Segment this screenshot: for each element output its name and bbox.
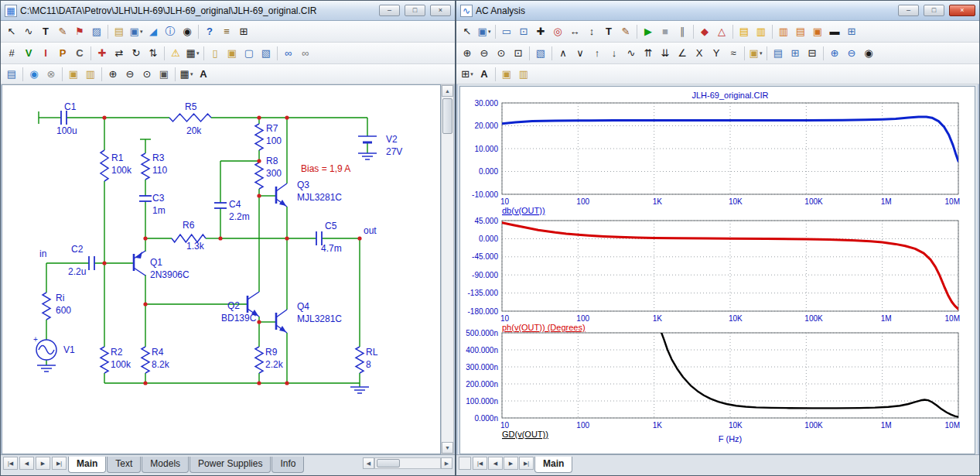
zoom-fit-icon[interactable]: ⊙ <box>493 45 510 62</box>
schematic-label-q2_ref[interactable]: Q2 <box>227 300 240 311</box>
properties-icon[interactable]: ▧ <box>258 45 275 62</box>
cascade-icon[interactable]: ▣ <box>809 23 826 40</box>
hscroll-right-button[interactable]: ▶ <box>441 457 452 469</box>
optimizer-icon[interactable]: △ <box>713 23 730 40</box>
schematic-label-v2_ref[interactable]: V2 <box>386 134 398 145</box>
window-split-icon[interactable]: ⊞ <box>235 23 252 40</box>
schematic-label-c1_ref[interactable]: C1 <box>64 101 77 112</box>
go-to-x-icon[interactable]: X <box>691 45 708 62</box>
schematic-label-c1_val[interactable]: 100u <box>56 125 77 136</box>
picture-mode-icon[interactable]: ▨ <box>88 23 105 40</box>
select-tool-icon[interactable]: ↖ <box>459 23 476 40</box>
schematic-label-c4_ref[interactable]: C4 <box>229 199 241 210</box>
new-page-icon[interactable]: ▯ <box>207 45 224 62</box>
schematic-label-r6_val[interactable]: 1.3k <box>186 241 205 252</box>
schematic-label-q2_val[interactable]: BD139C <box>221 313 257 324</box>
schematic-label-c3_ref[interactable]: C3 <box>152 193 165 204</box>
data-points-icon[interactable]: ◆ <box>696 23 713 40</box>
list-icon[interactable]: ≡ <box>218 23 235 40</box>
maximize-plot-icon[interactable]: ▬ <box>826 23 843 40</box>
cursor-mode-icon[interactable]: ✚ <box>532 23 549 40</box>
node-currents-icon[interactable]: I <box>37 45 54 62</box>
zoom-value-icon[interactable]: ⊙ <box>138 66 155 83</box>
schematic-label-bias[interactable]: Bias = 1,9 A <box>301 163 350 174</box>
zoom-out-icon[interactable]: ⊖ <box>121 66 138 83</box>
schematic-label-r9_ref[interactable]: R9 <box>265 347 278 358</box>
paste-page-icon[interactable]: ▥ <box>515 66 532 83</box>
schematic-label-c2_val[interactable]: 2.2u <box>68 266 86 277</box>
valley-icon[interactable]: ∨ <box>572 45 589 62</box>
tab-main[interactable]: Main <box>68 457 106 473</box>
grid-panel-icon[interactable]: ⊞ <box>787 45 804 62</box>
grid-dropdown-icon[interactable]: ▦▾ <box>184 45 201 62</box>
tile-vertical-icon[interactable]: ▥ <box>775 23 792 40</box>
schematic-label-r1_ref[interactable]: R1 <box>111 152 124 163</box>
global-low-icon[interactable]: ⇊ <box>657 45 674 62</box>
warning-icon[interactable]: ⚠ <box>167 45 184 62</box>
scale-mode-icon[interactable]: ⊡ <box>515 23 532 40</box>
region-box-icon[interactable]: ▢ <box>241 45 258 62</box>
info-icon[interactable]: ⓘ <box>162 23 179 40</box>
vertical-tag-icon[interactable]: ↕ <box>583 23 600 40</box>
analysis-icon[interactable]: ∿ <box>460 5 473 17</box>
schematic-label-q4_ref[interactable]: Q4 <box>297 301 309 312</box>
zoom-area-icon[interactable]: ⊡ <box>510 45 527 62</box>
schematic-label-c5_ref[interactable]: C5 <box>325 221 337 231</box>
analysis-prev-page-button[interactable]: ◀ <box>488 457 503 470</box>
rotate-icon[interactable]: ↻ <box>128 45 145 62</box>
first-page-button[interactable]: |◀ <box>3 457 18 470</box>
power-icon[interactable]: P <box>54 45 71 62</box>
copy-dropdown-icon[interactable]: ▣▾ <box>128 23 145 40</box>
schematic-label-rl_val[interactable]: 8 <box>366 359 371 370</box>
prev-page-button[interactable]: ◀ <box>19 457 34 470</box>
eye-icon[interactable]: ◉ <box>179 23 196 40</box>
schematic-label-in[interactable]: in <box>39 248 46 259</box>
schematic-label-r3_val[interactable]: 110 <box>152 165 167 176</box>
find-icon[interactable]: ∞ <box>280 45 297 62</box>
text-tool-icon[interactable]: T <box>600 23 617 40</box>
schematic-label-r6_ref[interactable]: R6 <box>183 220 195 231</box>
stop-icon[interactable]: ■ <box>657 23 674 40</box>
schematic-label-c4_val[interactable]: 2.2m <box>229 211 250 222</box>
help-icon[interactable]: ? <box>201 23 218 40</box>
graphics-mode-icon[interactable]: ✎ <box>54 23 71 40</box>
numeric-output-icon[interactable]: ▤ <box>736 23 753 40</box>
vscroll-thumb[interactable] <box>442 98 452 134</box>
hscroll-track[interactable] <box>374 457 441 469</box>
scale-lock-icon[interactable]: ⊟ <box>804 45 821 62</box>
tab-main-analysis[interactable]: Main <box>534 457 572 473</box>
schematic-label-rl_ref[interactable]: RL <box>366 347 378 358</box>
plot-3-waveform-label[interactable]: GD(v(OUT)) <box>502 430 548 439</box>
schematic-drawing[interactable]: +C1100uR520kR7100V227VR1100kR3110R8300Bi… <box>2 85 437 454</box>
flip-icon[interactable]: ⇅ <box>145 45 162 62</box>
properties-icon[interactable]: ▧ <box>532 45 549 62</box>
global-high-icon[interactable]: ⇈ <box>640 45 657 62</box>
inflection-icon[interactable]: ∿ <box>623 45 640 62</box>
node-numbers-icon[interactable]: # <box>3 45 20 62</box>
annotate-icon[interactable]: ✎ <box>617 23 634 40</box>
wire-mode-icon[interactable]: ∿ <box>20 23 37 40</box>
schematic-label-r2_val[interactable]: 100k <box>111 359 131 370</box>
schematic-label-out[interactable]: out <box>364 225 377 236</box>
clipboard-icon[interactable]: ▤ <box>111 23 128 40</box>
envelope-icon[interactable]: ≈ <box>725 45 742 62</box>
schematic-label-q3_ref[interactable]: Q3 <box>297 180 309 190</box>
tab-info[interactable]: Info <box>271 457 304 473</box>
copy-dropdown-icon[interactable]: ▣▾ <box>476 23 493 40</box>
analysis-plots[interactable]: JLH-69_original.CIR30.00020.00010.0000.0… <box>460 87 975 454</box>
pause-icon[interactable]: ∥ <box>674 23 691 40</box>
grid-dropdown-icon[interactable]: ⊞▾ <box>459 66 476 83</box>
tab-models[interactable]: Models <box>142 457 189 473</box>
analysis-close-button[interactable]: × <box>949 5 975 16</box>
schematic-vscrollbar[interactable]: ▲ ▼ <box>441 84 454 454</box>
schematic-label-q3_val[interactable]: MJL3281C <box>297 192 342 203</box>
curve-gd-v-out[interactable] <box>661 333 958 417</box>
zoom-in-icon[interactable]: ⊕ <box>104 66 121 83</box>
analysis-minimize-button[interactable]: – <box>898 5 919 16</box>
analysis-first-page-button[interactable]: |◀ <box>473 457 487 470</box>
horizontal-tag-icon[interactable]: ↔ <box>566 23 583 40</box>
copy-page-icon[interactable]: ▣ <box>498 66 515 83</box>
curve-ph-v-out[interactable] <box>502 223 958 310</box>
point-tag-icon[interactable]: ◎ <box>549 23 566 40</box>
app-icon[interactable]: ▦ <box>5 5 17 17</box>
